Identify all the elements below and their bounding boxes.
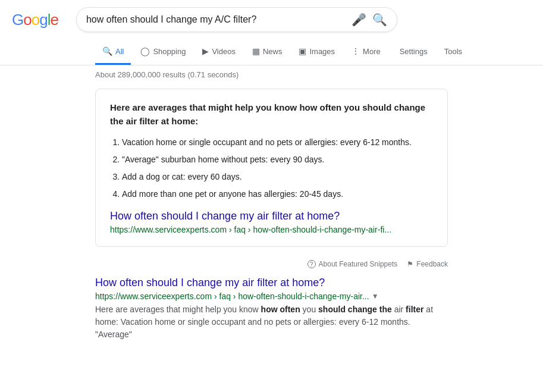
result-url-line: https://www.serviceexperts.com › faq › h…	[95, 291, 448, 301]
snippet-item-1: Vacation home or single occupant and no …	[122, 136, 433, 149]
question-icon: ?	[307, 260, 316, 268]
all-icon: 🔍	[102, 46, 112, 56]
nav-settings[interactable]: Settings	[393, 40, 435, 65]
snippet-header: Here are averages that might help you kn…	[110, 101, 433, 128]
nav-news[interactable]: ▦ News	[245, 39, 290, 65]
search-icon[interactable]: 🔍	[372, 12, 387, 27]
snippet-item-4: Add more than one pet or anyone has alle…	[122, 188, 433, 200]
search-bar[interactable]: 🎤 🔍	[76, 7, 397, 32]
logo-e: e	[50, 11, 58, 29]
microphone-icon[interactable]: 🎤	[351, 12, 366, 27]
header: Google 🎤 🔍	[0, 0, 543, 39]
snippet-footer: ? About Featured Snippets ⚑ Feedback	[0, 256, 543, 272]
nav-tools[interactable]: Tools	[437, 40, 469, 65]
search-input[interactable]	[86, 14, 346, 25]
result-title-link[interactable]: How often should I change my air filter …	[95, 277, 448, 289]
video-icon: ▶	[202, 46, 209, 56]
search-nav: 🔍 All ◯ Shopping ▶ Videos ▦ News ▣ Image…	[0, 39, 543, 65]
nav-shopping[interactable]: ◯ Shopping	[133, 39, 193, 65]
logo-g2: g	[39, 11, 47, 29]
logo-o2: o	[32, 11, 39, 29]
snippet-url: https://www.serviceexperts.com › faq › h…	[110, 225, 433, 234]
logo-o1: o	[23, 11, 31, 29]
nav-images[interactable]: ▣ Images	[291, 39, 342, 65]
result-description: Here are averages that might help you kn…	[95, 303, 448, 341]
logo-g: G	[12, 11, 23, 29]
result-url: https://www.serviceexperts.com › faq › h…	[95, 291, 369, 301]
google-logo[interactable]: Google	[12, 11, 58, 29]
news-icon: ▦	[252, 46, 260, 56]
dropdown-arrow-icon[interactable]: ▼	[372, 292, 379, 300]
snippet-item-3: Add a dog or cat: every 60 days.	[122, 171, 433, 183]
results-count: About 289,000,000 results (0.71 seconds)	[0, 65, 543, 84]
flag-icon: ⚑	[407, 260, 413, 268]
snippet-item-2: "Average" suburban home without pets: ev…	[122, 153, 433, 166]
featured-snippet: Here are averages that might help you kn…	[95, 89, 448, 247]
nav-more[interactable]: ⋮ More	[344, 39, 388, 65]
shopping-icon: ◯	[140, 46, 150, 56]
snippet-list: Vacation home or single occupant and no …	[110, 136, 433, 200]
nav-all[interactable]: 🔍 All	[95, 39, 131, 65]
snippet-link[interactable]: How often should I change my air filter …	[110, 210, 433, 222]
more-icon: ⋮	[351, 46, 360, 56]
search-result-1: How often should I change my air filter …	[95, 277, 448, 341]
nav-videos[interactable]: ▶ Videos	[195, 39, 243, 65]
images-icon: ▣	[299, 46, 306, 56]
feedback-button[interactable]: ⚑ Feedback	[407, 260, 448, 268]
about-featured-snippets[interactable]: ? About Featured Snippets	[307, 260, 398, 268]
